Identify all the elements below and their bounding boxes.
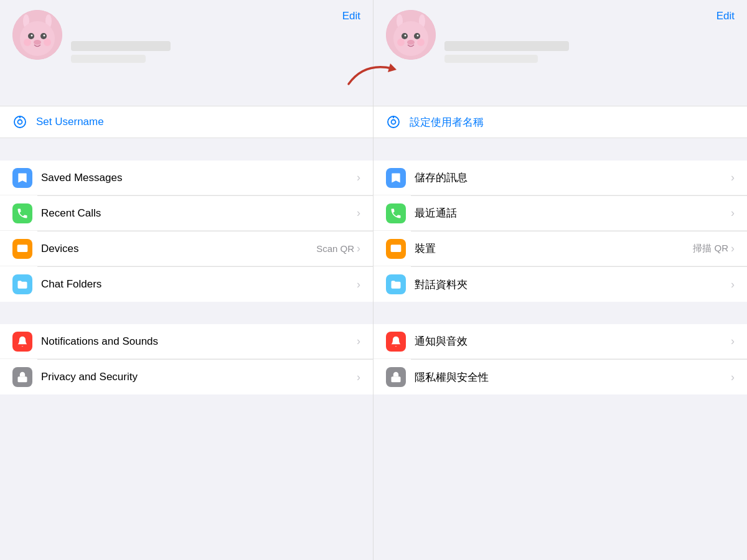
right-devices-item[interactable]: 裝置 掃描 QR › [374,231,747,266]
right-name-placeholder [444,41,569,51]
right-panel: Edit [374,0,747,560]
right-privacy-chevron: › [731,371,735,384]
right-avatar [386,10,436,60]
right-edit-button[interactable]: Edit [716,10,735,22]
right-privacy-label: 隱私權與安全性 [415,370,731,385]
left-username-row[interactable]: Set Username [0,106,373,138]
right-menu-group-1: 儲存的訊息 › 最近通話 › 裝置 掃描 QR › [374,161,747,302]
svg-rect-35 [391,245,402,252]
right-profile-info [444,41,569,63]
svg-rect-17 [17,245,28,252]
panels-container: Edit [0,0,747,560]
left-edit-button[interactable]: Edit [342,10,360,22]
left-chat-folders-label: Chat Folders [41,278,357,291]
right-notifications-label: 通知與音效 [415,334,731,348]
left-menu-group-2: Notifications and Sounds › Privacy and S… [0,324,373,394]
left-recent-calls-icon [12,203,32,223]
right-recent-calls-icon [386,203,406,223]
left-devices-sublabel: Scan QR [316,243,354,254]
right-username-row[interactable]: 設定使用者名稱 [374,106,747,138]
left-gap-1 [0,138,373,161]
svg-point-15 [18,120,22,124]
svg-point-11 [34,40,41,45]
left-privacy-chevron: › [357,371,360,384]
svg-point-6 [20,21,55,56]
left-username-icon [12,114,27,129]
svg-point-28 [417,35,419,37]
left-notifications-icon [12,332,32,352]
left-profile-info [71,41,171,63]
left-saved-messages-item[interactable]: Saved Messages › [0,161,373,195]
left-saved-messages-label: Saved Messages [41,172,357,184]
right-recent-calls-label: 最近通話 [415,206,731,220]
left-devices-icon [12,239,32,259]
left-devices-item[interactable]: Devices Scan QR › [0,231,373,266]
right-saved-messages-label: 儲存的訊息 [415,170,731,185]
right-saved-messages-item[interactable]: 儲存的訊息 › [374,161,747,195]
right-chat-folders-icon [386,274,406,294]
right-saved-messages-icon [386,168,406,188]
left-chat-folders-item[interactable]: Chat Folders › [0,267,373,302]
svg-point-10 [44,35,45,37]
left-notifications-item[interactable]: Notifications and Sounds › [0,324,373,359]
right-notifications-item[interactable]: 通知與音效 › [374,324,747,359]
right-profile-row [386,10,735,63]
left-profile-area: Edit [0,0,373,106]
right-chat-folders-chevron: › [731,278,735,291]
left-panel: Edit [0,0,374,560]
left-chat-folders-icon [12,274,32,294]
svg-rect-18 [18,376,27,382]
left-info-placeholder [71,55,146,63]
svg-point-9 [31,35,33,37]
svg-point-12 [24,39,31,46]
svg-point-29 [407,40,415,45]
svg-point-33 [392,120,396,124]
svg-point-27 [405,35,406,37]
right-recent-calls-chevron: › [731,207,735,220]
svg-point-13 [44,39,51,46]
left-avatar [12,10,62,60]
svg-point-30 [397,39,405,46]
left-privacy-item[interactable]: Privacy and Security › [0,360,373,394]
right-notifications-chevron: › [731,335,735,348]
right-recent-calls-item[interactable]: 最近通話 › [374,196,747,231]
right-privacy-icon [386,367,406,387]
right-username-label: 設定使用者名稱 [410,115,484,129]
left-devices-chevron: › [357,242,360,255]
svg-point-24 [393,21,428,56]
right-gap-2 [374,302,747,324]
left-menu-group-1: Saved Messages › Recent Calls › Devices … [0,161,373,302]
right-notifications-icon [386,332,406,352]
left-notifications-label: Notifications and Sounds [41,335,357,348]
right-devices-label: 裝置 [415,241,693,256]
right-menu-group-2: 通知與音效 › 隱私權與安全性 › [374,324,747,394]
left-recent-calls-item[interactable]: Recent Calls › [0,196,373,231]
left-username-label: Set Username [36,116,104,128]
right-devices-icon [386,239,406,259]
right-gap-1 [374,138,747,161]
right-chat-folders-label: 對話資料夾 [415,278,731,292]
right-privacy-item[interactable]: 隱私權與安全性 › [374,360,747,394]
right-info-placeholder [444,55,538,63]
left-recent-calls-chevron: › [357,207,360,220]
left-saved-messages-chevron: › [357,171,360,184]
left-chat-folders-chevron: › [357,278,360,291]
right-username-wrapper: 設定使用者名稱 [374,106,747,138]
right-devices-sublabel: 掃描 QR [693,243,728,254]
left-privacy-label: Privacy and Security [41,371,357,383]
left-gap-2 [0,302,373,324]
right-profile-area: Edit [374,0,747,106]
left-username-wrapper: Set Username [0,106,373,138]
left-profile-row [12,10,360,63]
left-devices-label: Devices [41,243,316,255]
right-chat-folders-item[interactable]: 對話資料夾 › [374,267,747,302]
right-saved-messages-chevron: › [731,171,735,184]
left-notifications-chevron: › [357,335,360,348]
left-recent-calls-label: Recent Calls [41,207,357,220]
left-name-placeholder [71,41,171,51]
left-privacy-icon [12,367,32,387]
right-username-icon [386,114,401,129]
svg-rect-36 [392,376,401,382]
left-saved-messages-icon [12,168,32,188]
svg-point-31 [417,39,425,46]
